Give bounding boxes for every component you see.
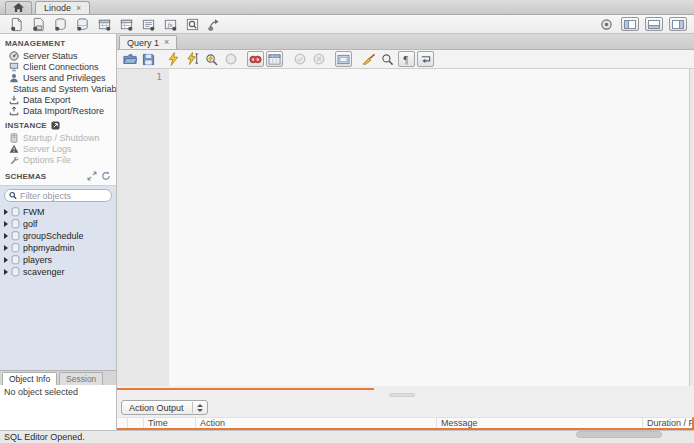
horizontal-scrollbar-thumb[interactable]: [576, 431, 662, 438]
tab-session[interactable]: Session: [59, 372, 103, 385]
sidebar-item-label: Status and System Variables: [13, 84, 116, 94]
create-database-icon[interactable]: [73, 16, 91, 32]
sidebar-item-startup-shutdown[interactable]: Startup / Shutdown: [0, 132, 116, 143]
editor-pane: Query 1 ×: [117, 34, 694, 430]
management-section-header: MANAGEMENT: [0, 34, 116, 50]
create-schema-icon[interactable]: [51, 16, 69, 32]
data-import-icon: [9, 106, 19, 116]
create-procedure-icon[interactable]: [139, 16, 157, 32]
splitter-grip[interactable]: [389, 393, 415, 397]
schema-filter-box[interactable]: [4, 189, 112, 202]
stop-icon[interactable]: [222, 51, 239, 67]
sql-editor: 1: [117, 69, 694, 386]
sidebar-item-users-privileges[interactable]: Users and Privileges: [0, 72, 116, 83]
main-toolbar: fx: [0, 15, 694, 34]
editor-output-splitter[interactable]: [117, 386, 694, 399]
status-text: SQL Editor Opened.: [4, 432, 85, 442]
column-time: Time: [144, 418, 196, 428]
toggle-secondary-sidebar-icon[interactable]: [669, 17, 687, 31]
execute-icon[interactable]: [165, 51, 182, 67]
data-export-icon: [9, 95, 19, 105]
new-sql-tab-icon[interactable]: [7, 16, 25, 32]
refresh-schemas-icon[interactable]: [101, 171, 111, 181]
preferences-icon[interactable]: [597, 16, 615, 32]
sidebar-item-options-file[interactable]: Options File: [0, 154, 116, 165]
sidebar: MANAGEMENT Server Status Client Connecti…: [0, 34, 117, 430]
query-tab-close-icon[interactable]: ×: [164, 38, 169, 47]
instance-badge-icon: [51, 121, 60, 130]
column-action: Action: [196, 418, 437, 428]
rollback-icon[interactable]: [310, 51, 327, 67]
sidebar-item-data-export[interactable]: Data Export: [0, 94, 116, 105]
server-logs-icon: [9, 144, 19, 154]
schema-row-players[interactable]: players: [0, 254, 116, 266]
search-table-data-icon[interactable]: [183, 16, 201, 32]
toggle-sidebar-icon[interactable]: [621, 17, 639, 31]
expander-icon[interactable]: [4, 257, 8, 263]
schema-icon: [11, 207, 20, 217]
schema-row-scavenger[interactable]: scavenger: [0, 266, 116, 278]
schema-area: FWM golf groupSchedule: [0, 185, 116, 370]
schema-icon: [11, 243, 20, 253]
limit-rows-icon[interactable]: [266, 51, 283, 67]
toggle-output-area-icon[interactable]: [645, 17, 663, 31]
object-info-panel: No object selected: [0, 385, 116, 430]
create-table-icon[interactable]: [95, 16, 113, 32]
sidebar-item-server-status[interactable]: Server Status: [0, 50, 116, 61]
open-sql-file-icon[interactable]: [121, 51, 138, 67]
startup-shutdown-icon: [9, 133, 19, 143]
reconnect-dbms-icon[interactable]: [205, 16, 223, 32]
query-tab-bar: Query 1 ×: [117, 34, 694, 50]
schema-row-phpmyadmin[interactable]: phpmyadmin: [0, 242, 116, 254]
commit-icon[interactable]: [291, 51, 308, 67]
schema-label: FWM: [23, 207, 45, 217]
sidebar-item-label: Options File: [23, 155, 71, 165]
sidebar-item-label: Server Status: [23, 51, 78, 61]
execute-current-statement-icon[interactable]: [184, 51, 201, 67]
schema-label: golf: [23, 219, 38, 229]
options-file-icon: [9, 155, 19, 165]
expand-schemas-icon[interactable]: [87, 171, 97, 181]
schema-row-groupschedule[interactable]: groupSchedule: [0, 230, 116, 242]
expander-icon[interactable]: [4, 269, 8, 275]
create-function-icon[interactable]: fx: [161, 16, 179, 32]
instance-section-header: INSTANCE: [0, 116, 116, 132]
sidebar-item-data-import[interactable]: Data Import/Restore: [0, 105, 116, 116]
expander-icon[interactable]: [4, 245, 8, 251]
sidebar-item-label: Users and Privileges: [23, 73, 106, 83]
open-sql-script-icon[interactable]: [29, 16, 47, 32]
schema-row-fwm[interactable]: FWM: [0, 206, 116, 218]
toggle-autocommit-icon[interactable]: [335, 51, 352, 67]
workspace: MANAGEMENT Server Status Client Connecti…: [0, 34, 694, 430]
server-status-icon: [9, 51, 19, 61]
expander-icon[interactable]: [4, 221, 8, 227]
explain-icon[interactable]: [203, 51, 220, 67]
find-icon[interactable]: [379, 51, 396, 67]
sidebar-item-system-variables[interactable]: Status and System Variables: [0, 83, 116, 94]
column-index: [128, 418, 144, 428]
toggle-stop-on-error-icon[interactable]: [247, 51, 264, 67]
tab-object-info[interactable]: Object Info: [2, 372, 57, 385]
client-connections-icon: [9, 62, 19, 72]
schema-row-golf[interactable]: golf: [0, 218, 116, 230]
output-type-select[interactable]: Action Output: [121, 400, 208, 415]
sidebar-item-label: Startup / Shutdown: [23, 133, 100, 143]
sql-editor-canvas[interactable]: [169, 69, 690, 386]
query-tab[interactable]: Query 1 ×: [119, 35, 177, 49]
schema-filter-input[interactable]: [20, 191, 107, 201]
expander-icon[interactable]: [4, 209, 8, 215]
connection-tab[interactable]: Linode ×: [35, 1, 90, 14]
expander-icon[interactable]: [4, 233, 8, 239]
show-invisibles-icon[interactable]: ¶: [398, 51, 415, 67]
beautify-icon[interactable]: [360, 51, 377, 67]
sidebar-item-client-connections[interactable]: Client Connections: [0, 61, 116, 72]
save-sql-icon[interactable]: [140, 51, 157, 67]
column-status: [117, 418, 128, 428]
wrap-text-icon[interactable]: [417, 51, 434, 67]
sidebar-item-server-logs[interactable]: Server Logs: [0, 143, 116, 154]
connection-tab-close-icon[interactable]: ×: [76, 4, 81, 13]
schemas-header-label: SCHEMAS: [5, 172, 83, 181]
home-tab-button[interactable]: [5, 1, 32, 14]
mysql-workbench-window: Linode × fx: [0, 0, 694, 443]
create-view-icon[interactable]: [117, 16, 135, 32]
